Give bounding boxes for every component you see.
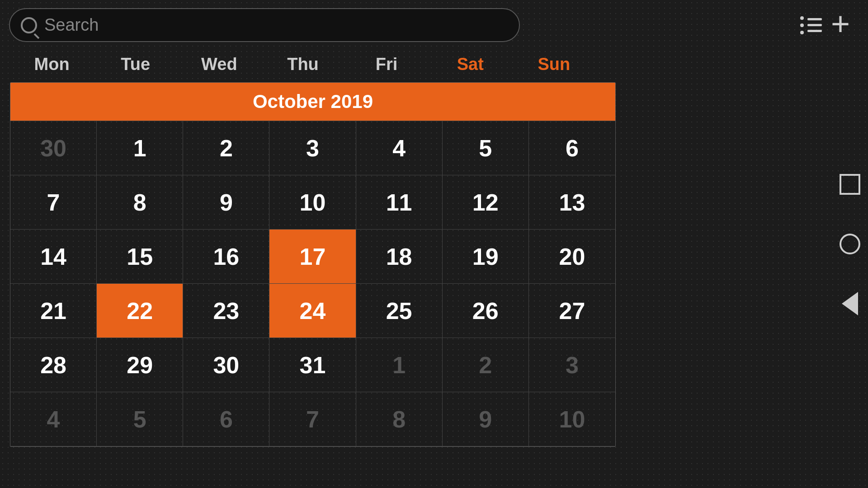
calendar-day-32[interactable]: 1 xyxy=(356,338,443,392)
day-header-mon: Mon xyxy=(10,50,94,79)
day-header-wed: Wed xyxy=(177,50,261,79)
list-dot-2 xyxy=(800,23,804,27)
calendar-day-5[interactable]: 5 xyxy=(443,121,529,175)
list-icon xyxy=(800,16,822,34)
calendar-day-39[interactable]: 8 xyxy=(356,392,443,446)
calendar-grid: 3012345678910111213141516171819202122232… xyxy=(10,121,615,446)
calendar-day-33[interactable]: 2 xyxy=(443,338,529,392)
calendar-day-35[interactable]: 4 xyxy=(10,392,97,446)
calendar-day-9[interactable]: 9 xyxy=(183,175,269,230)
calendar-day-12[interactable]: 12 xyxy=(443,175,529,230)
list-dots xyxy=(800,16,804,34)
back-icon xyxy=(842,292,858,315)
search-box[interactable]: Search xyxy=(9,8,520,42)
calendar-day-34[interactable]: 3 xyxy=(529,338,615,392)
calendar-day-24[interactable]: 24 xyxy=(269,284,356,338)
calendar-month-title: October 2019 xyxy=(10,83,615,121)
list-dot-3 xyxy=(800,31,804,34)
calendar-day-14[interactable]: 14 xyxy=(10,230,97,284)
day-header-tue: Tue xyxy=(94,50,177,79)
calendar-day-26[interactable]: 26 xyxy=(443,284,529,338)
calendar-day-36[interactable]: 5 xyxy=(97,392,183,446)
calendar-day-27[interactable]: 27 xyxy=(529,284,615,338)
calendar-day-31[interactable]: 31 xyxy=(269,338,356,392)
calendar-day-15[interactable]: 15 xyxy=(97,230,183,284)
calendar-day-11[interactable]: 11 xyxy=(356,175,443,230)
calendar-day-41[interactable]: 10 xyxy=(529,392,615,446)
square-icon xyxy=(840,174,860,195)
calendar-day-2[interactable]: 2 xyxy=(183,121,269,175)
list-line-2 xyxy=(807,24,822,26)
calendar-day-0[interactable]: 30 xyxy=(10,121,97,175)
calendar-day-19[interactable]: 19 xyxy=(443,230,529,284)
calendar-day-23[interactable]: 23 xyxy=(183,284,269,338)
back-button[interactable] xyxy=(838,292,862,315)
calendar-day-3[interactable]: 3 xyxy=(269,121,356,175)
calendar-day-13[interactable]: 13 xyxy=(529,175,615,230)
circle-button[interactable] xyxy=(838,232,862,256)
list-view-button[interactable] xyxy=(800,16,822,34)
calendar-day-29[interactable]: 29 xyxy=(97,338,183,392)
day-header-thu: Thu xyxy=(261,50,344,79)
calendar-day-40[interactable]: 9 xyxy=(443,392,529,446)
calendar-day-22[interactable]: 22 xyxy=(97,284,183,338)
calendar-day-6[interactable]: 6 xyxy=(529,121,615,175)
search-icon xyxy=(21,17,37,33)
calendar-day-38[interactable]: 7 xyxy=(269,392,356,446)
calendar-container: October 2019 301234567891011121314151617… xyxy=(10,82,616,447)
calendar-day-20[interactable]: 20 xyxy=(529,230,615,284)
calendar-day-1[interactable]: 1 xyxy=(97,121,183,175)
calendar-day-4[interactable]: 4 xyxy=(356,121,443,175)
top-bar: Search + xyxy=(0,0,868,50)
list-line-1 xyxy=(807,18,822,20)
calendar-day-21[interactable]: 21 xyxy=(10,284,97,338)
circle-icon xyxy=(840,234,860,254)
square-button[interactable] xyxy=(838,173,862,196)
list-lines xyxy=(807,18,822,32)
list-dot-1 xyxy=(800,16,804,20)
day-header-sat: Sat xyxy=(429,50,512,79)
day-headers: MonTueWedThuFriSatSun xyxy=(0,50,606,79)
calendar-day-25[interactable]: 25 xyxy=(356,284,443,338)
search-placeholder: Search xyxy=(44,15,99,35)
calendar-day-30[interactable]: 30 xyxy=(183,338,269,392)
right-sidebar xyxy=(832,0,868,488)
calendar-day-18[interactable]: 18 xyxy=(356,230,443,284)
calendar-day-28[interactable]: 28 xyxy=(10,338,97,392)
calendar-day-37[interactable]: 6 xyxy=(183,392,269,446)
day-header-sun: Sun xyxy=(512,50,596,79)
calendar-day-16[interactable]: 16 xyxy=(183,230,269,284)
calendar-day-17[interactable]: 17 xyxy=(269,230,356,284)
day-header-fri: Fri xyxy=(345,50,429,79)
calendar-day-7[interactable]: 7 xyxy=(10,175,97,230)
calendar-day-8[interactable]: 8 xyxy=(97,175,183,230)
list-line-3 xyxy=(807,30,822,32)
calendar-day-10[interactable]: 10 xyxy=(269,175,356,230)
